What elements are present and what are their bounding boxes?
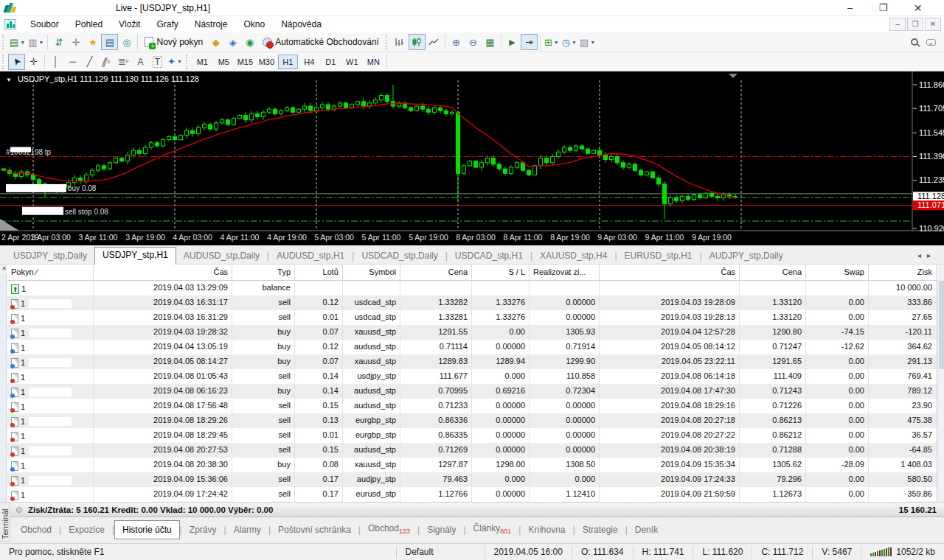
fibonacci-button[interactable]: ≣F [115,54,132,70]
trade-row[interactable]: 12019.04.09 17:24:42sell0.17eurusd_stp1.… [7,487,937,502]
zoom-in-button[interactable]: ⊕ [448,34,465,50]
trade-row[interactable]: 12019.04.03 16:31:17sell0.12usdcad_stp1.… [7,295,937,310]
chart-window-icon[interactable] [4,19,16,29]
menu-grafy[interactable]: Grafy [148,16,186,32]
timeframe-w1[interactable]: W1 [342,55,362,69]
timeframe-m1[interactable]: M1 [192,55,212,69]
channel-button[interactable]: ∥E [98,54,115,70]
history-table-header[interactable]: Pokyn ∕ČasTypLotůSymbolCenaS / LRealizov… [7,265,937,281]
menu-vložit[interactable]: Vložit [111,16,148,32]
trade-row[interactable]: 12019.04.08 20:27:53sell0.15audusd_stp0.… [7,443,937,458]
trade-row[interactable]: 12019.04.03 19:28:32buy0.07xauusd_stp129… [7,325,937,340]
timeframe-m5[interactable]: M5 [214,55,234,69]
column-header[interactable]: Lotů [295,265,343,280]
chart-tab[interactable]: AUDJPY_stp,Daily [702,248,791,264]
chart-tab[interactable]: AUDUSD_stp,Daily [176,248,267,264]
market-watch-button[interactable]: ⇵ [50,34,67,50]
horizontal-line-button[interactable]: ─ [64,54,81,70]
column-header[interactable]: Pokyn ∕ [7,265,94,280]
timeframe-d1[interactable]: D1 [321,55,341,69]
data-window-button[interactable]: ✛ [67,34,84,50]
arrows-button[interactable]: ✦▼ [166,54,184,70]
balance-row[interactable]: ⬆12019.04.03 13:29:09balance10 000.00 [7,281,937,295]
timeframe-mn[interactable]: MN [364,55,384,69]
trade-row[interactable]: 12019.04.09 15:36:06sell0.17audjpy_stp79… [7,472,937,487]
chart-tab[interactable]: USDJPY_stp,H1 [94,247,176,265]
vertical-line-button[interactable]: │ [47,54,64,70]
menu-pohled[interactable]: Pohled [67,16,111,32]
zoom-out-button[interactable]: ⊖ [465,34,482,50]
trade-row[interactable]: 12019.04.08 18:29:26sell0.13eurgbp_stp0.… [7,413,937,428]
column-header[interactable]: Realizovat zi... [530,265,600,280]
column-header[interactable]: Čas [600,265,740,280]
column-header[interactable]: Cena [740,265,806,280]
menu-nápověda[interactable]: Nápověda [273,16,330,32]
terminal-tab-den-k[interactable]: Deník [628,521,665,539]
terminal-tab-po-tovn-schr-nka[interactable]: Poštovní schránka [271,521,358,539]
line-chart-type-button[interactable] [426,34,442,50]
timeframe-m30[interactable]: M30 [257,55,277,69]
terminal-tab-knihovna[interactable]: Knihovna [521,521,572,539]
terminal-side-tab[interactable]: Terminál [0,502,10,542]
trade-row[interactable]: 12019.04.08 01:05:43sell0.14usdjpy_stp11… [7,369,937,384]
child-close-button[interactable]: ✕ [925,18,941,31]
crosshair-button[interactable]: ✛ [25,54,42,70]
strategy-tester-button[interactable]: ◎ [118,34,135,50]
status-profile[interactable]: Default [396,546,485,559]
trade-row[interactable]: 12019.04.04 13:05:19buy0.12audusd_stp0.7… [7,340,937,354]
column-header[interactable]: Zisk [869,265,937,280]
terminal-close-button[interactable]: ✕ [1,265,7,273]
cursor-button[interactable]: ➤ [8,54,25,70]
column-header[interactable]: Typ [232,265,295,280]
periods-button[interactable]: ◷▼ [560,34,578,50]
trade-row[interactable]: 12019.04.08 18:29:45sell0.01eurgbp_stp0.… [7,428,937,443]
timeframe-m15[interactable]: M15 [235,55,255,69]
metaeditor-button[interactable]: ◆ [207,34,224,50]
terminal-tab-historie-tu[interactable]: Historie účtu [114,520,180,539]
toolbar-grip[interactable] [2,35,6,49]
trade-row[interactable]: 12019.04.08 20:38:30buy0.08xauusd_stp129… [7,458,937,472]
terminal-tab-obchod[interactable]: Obchod [13,521,59,539]
terminal-tab-zpr-vy[interactable]: Zprávy [182,521,224,539]
toolbar-grip[interactable] [386,35,389,49]
text-button[interactable]: A [132,54,149,70]
search-button[interactable] [906,34,923,50]
trade-row[interactable]: 12019.04.03 16:31:29sell0.01usdcad_stp1.… [7,310,937,325]
column-header[interactable]: Swap [806,265,869,280]
child-restore-button[interactable]: ❐ [907,18,923,31]
chart-tab[interactable]: XAUUSD_stp,H4 [532,248,614,264]
menu-soubor[interactable]: Soubor [22,16,67,32]
profiles-button[interactable]: ▥▼ [27,34,45,50]
trade-row[interactable]: 12019.04.08 06:16:23buy0.14audusd_stp0.7… [7,384,937,399]
column-header[interactable]: Cena [400,265,472,280]
bar-chart-type-button[interactable] [392,34,409,50]
toolbar-grip[interactable] [186,55,190,69]
community-button[interactable]: ◈ [224,34,241,50]
trade-row[interactable]: 12019.04.08 17:56:48sell0.15audusd_stp0.… [7,399,937,413]
chart-tab[interactable]: USDCAD_stp,H1 [448,248,530,264]
timeframe-h1[interactable]: H1 [278,55,298,69]
menu-okno[interactable]: Okno [235,16,273,32]
toolbar-grip[interactable] [2,55,6,69]
auto-scroll-button[interactable]: ▶ [504,34,521,50]
new-chart-button[interactable]: ▤▼ [8,34,27,50]
terminal-tab-expozice[interactable]: Expozice [61,521,112,539]
timeframe-h4[interactable]: H4 [299,55,319,69]
minimize-button[interactable]: – [833,0,867,16]
terminal-tab-sign-ly[interactable]: Signály [420,521,463,539]
menu-nástroje[interactable]: Nástroje [187,16,236,32]
terminal-tab-strategie[interactable]: Strategie [575,521,625,539]
signals-button[interactable]: ◉ [241,34,258,50]
text-label-button[interactable]: T [149,54,166,70]
templates-button[interactable]: ▨▼ [578,34,597,50]
chat-button[interactable] [923,34,940,50]
column-header[interactable]: S / L [472,265,530,280]
indicators-button[interactable]: ⊞▼ [543,34,560,50]
tab-scroll-arrows[interactable]: ◂▸ [917,251,944,264]
collapse-triangle-icon[interactable]: ▼ [6,77,12,83]
restore-button[interactable]: ❐ [867,0,900,16]
trade-row[interactable]: 12019.04.05 08:14:27buy0.07xauusd_stp128… [7,354,937,369]
terminal-right-scrollbar[interactable] [937,281,944,502]
price-chart[interactable]: 111.860111.705111.545111.390111.235110.9… [0,71,944,245]
terminal-button[interactable]: ▤ [101,34,118,50]
